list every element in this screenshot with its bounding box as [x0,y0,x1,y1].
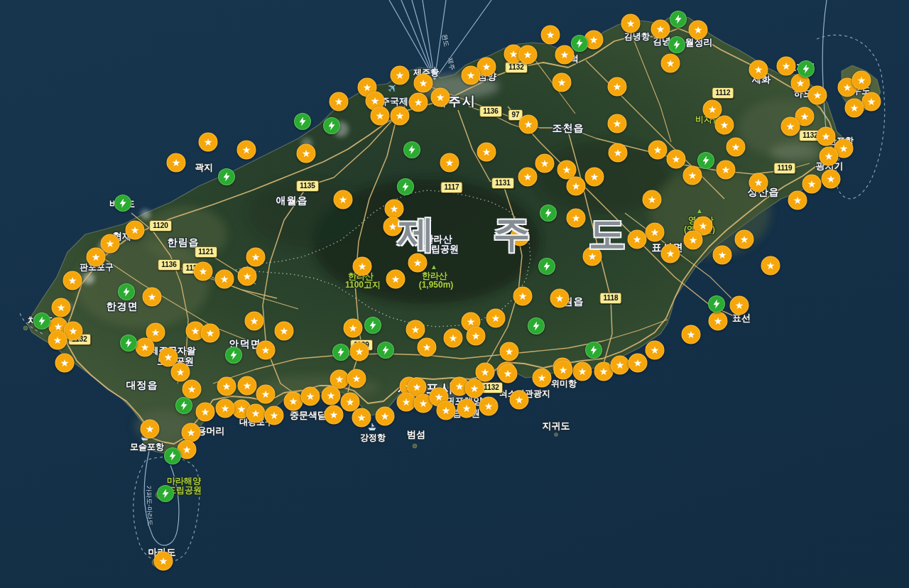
attraction-marker[interactable]: ★ [713,246,732,265]
attraction-marker[interactable]: ★ [730,296,749,315]
ev-charging-marker[interactable] [218,168,235,185]
attraction-marker[interactable]: ★ [217,377,236,396]
attraction-marker[interactable]: ★ [820,147,839,166]
ev-charging-marker[interactable] [294,113,311,130]
ev-charging-marker[interactable] [118,283,135,300]
attraction-marker[interactable]: ★ [573,362,592,381]
attraction-marker[interactable]: ★ [353,257,372,276]
attraction-marker[interactable]: ★ [237,141,256,160]
attraction-marker[interactable]: ★ [325,405,344,425]
attraction-marker[interactable]: ★ [136,338,155,357]
attraction-marker[interactable]: ★ [609,143,628,163]
attraction-marker[interactable]: ★ [802,175,822,194]
attraction-marker[interactable]: ★ [608,114,627,134]
ev-charging-marker[interactable] [571,35,588,52]
attraction-marker[interactable]: ★ [183,380,202,399]
attraction-marker[interactable]: ★ [467,327,486,346]
attraction-marker[interactable]: ★ [457,399,477,418]
attraction-marker[interactable]: ★ [238,376,257,396]
ev-charging-marker[interactable] [798,60,815,77]
attraction-marker[interactable]: ★ [167,153,186,173]
attraction-marker[interactable]: ★ [518,168,538,187]
attraction-marker[interactable]: ★ [646,341,665,360]
attraction-marker[interactable]: ★ [513,287,533,306]
attraction-marker[interactable]: ★ [777,57,796,76]
attraction-marker[interactable]: ★ [246,404,266,423]
attraction-marker[interactable]: ★ [101,234,120,254]
attraction-marker[interactable]: ★ [371,107,390,126]
ev-charging-marker[interactable] [332,344,349,361]
attraction-marker[interactable]: ★ [63,271,82,290]
attraction-marker[interactable]: ★ [510,391,529,410]
attraction-marker[interactable]: ★ [87,248,106,267]
attraction-marker[interactable]: ★ [55,354,75,373]
attraction-marker[interactable]: ★ [535,154,555,173]
attraction-marker[interactable]: ★ [533,369,552,388]
attraction-marker[interactable]: ★ [500,342,519,361]
attraction-marker[interactable]: ★ [667,150,686,169]
attraction-marker[interactable]: ★ [518,45,538,65]
attraction-marker[interactable]: ★ [126,221,145,240]
ev-charging-marker[interactable] [397,178,414,195]
attraction-marker[interactable]: ★ [462,66,481,85]
attraction-marker[interactable]: ★ [215,270,234,289]
attraction-marker[interactable]: ★ [440,153,459,173]
attraction-marker[interactable]: ★ [322,386,341,405]
attraction-marker[interactable]: ★ [715,116,734,135]
attraction-marker[interactable]: ★ [845,99,864,118]
attraction-marker[interactable]: ★ [330,92,349,111]
attraction-marker[interactable]: ★ [749,173,768,192]
attraction-marker[interactable]: ★ [553,73,572,92]
ev-charging-marker[interactable] [538,258,555,275]
attraction-marker[interactable]: ★ [352,408,371,428]
attraction-marker[interactable]: ★ [376,407,395,426]
attraction-marker[interactable]: ★ [808,86,827,105]
ev-charging-marker[interactable] [323,117,340,134]
attraction-marker[interactable]: ★ [196,403,215,422]
attraction-marker[interactable]: ★ [788,191,807,210]
attraction-marker[interactable]: ★ [817,127,836,146]
attraction-marker[interactable]: ★ [265,406,284,425]
attraction-marker[interactable]: ★ [406,320,425,339]
attraction-marker[interactable]: ★ [199,133,218,152]
attraction-marker[interactable]: ★ [621,14,641,33]
ev-charging-marker[interactable] [175,397,192,414]
attraction-marker[interactable]: ★ [585,168,604,187]
attraction-marker[interactable]: ★ [608,77,627,97]
attraction-marker[interactable]: ★ [684,231,703,250]
attraction-marker[interactable]: ★ [238,267,257,286]
attraction-marker[interactable]: ★ [414,74,433,93]
attraction-marker[interactable]: ★ [334,190,353,209]
ev-charging-marker[interactable] [585,342,602,359]
attraction-marker[interactable]: ★ [444,329,463,348]
attraction-marker[interactable]: ★ [284,392,303,411]
attraction-marker[interactable]: ★ [717,160,736,180]
attraction-marker[interactable]: ★ [611,356,630,375]
attraction-marker[interactable]: ★ [52,298,71,317]
ev-charging-marker[interactable] [670,11,687,28]
attraction-marker[interactable]: ★ [726,138,746,157]
satellite-map[interactable]: 제주시서귀포시한림읍한경면애월읍조천읍성산읍표선면남원읍대정읍안덕면곽지협재삼양… [0,0,909,588]
attraction-marker[interactable]: ★ [781,117,800,136]
ev-charging-marker[interactable] [668,36,685,53]
attraction-marker[interactable]: ★ [350,342,369,361]
attraction-marker[interactable]: ★ [141,420,160,439]
attraction-marker[interactable]: ★ [519,115,538,134]
ev-charging-marker[interactable] [377,342,394,359]
attraction-marker[interactable]: ★ [648,141,668,160]
attraction-marker[interactable]: ★ [554,361,573,380]
attraction-marker[interactable]: ★ [651,20,670,39]
attraction-marker[interactable]: ★ [479,397,499,416]
attraction-marker[interactable]: ★ [301,387,320,406]
attraction-marker[interactable]: ★ [154,552,173,571]
ev-charging-marker[interactable] [157,485,174,502]
attraction-marker[interactable]: ★ [862,92,881,111]
attraction-marker[interactable]: ★ [661,54,680,73]
attraction-marker[interactable]: ★ [418,338,437,357]
attraction-marker[interactable]: ★ [683,166,702,185]
attraction-marker[interactable]: ★ [661,244,680,263]
attraction-marker[interactable]: ★ [143,288,162,307]
ev-charging-marker[interactable] [225,347,242,364]
attraction-marker[interactable]: ★ [689,21,708,40]
attraction-marker[interactable]: ★ [216,399,235,418]
